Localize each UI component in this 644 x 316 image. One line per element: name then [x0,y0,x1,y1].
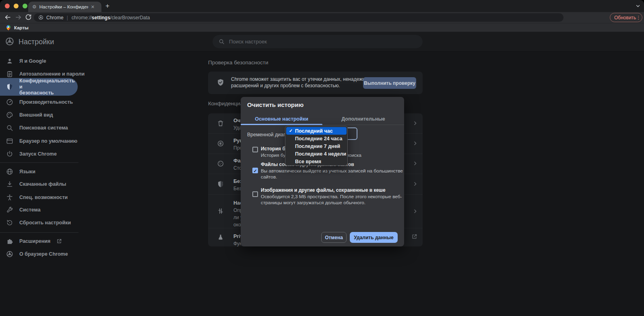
sidebar-item-label: О браузере Chrome [19,251,68,257]
privacy-guide-icon [217,140,224,147]
sidebar-item-extensions[interactable]: Расширения [0,236,101,247]
safety-check-heading: Проверка безопасности [208,60,268,66]
sidebar-item-label: Я и Google [19,58,46,64]
delete-data-button[interactable]: Удалить данные [350,232,398,243]
dialog-tabs: Основные настройки Дополнительные [241,113,404,125]
external-link-icon [411,234,417,240]
reload-icon[interactable] [25,14,32,21]
forward-icon[interactable] [15,14,22,21]
puzzle-icon [6,238,13,245]
settings-header: Настройки [0,32,644,51]
dropdown-option-last-4w[interactable]: Последние 4 недели [285,150,347,158]
cached-files-subtitle: Освободится 2,3 МБ пространства. После э… [261,194,402,206]
sidebar-item-you-and-google[interactable]: Я и Google [0,55,101,67]
tab-close-icon[interactable]: ✕ [91,4,95,10]
power-icon [6,150,13,158]
sidebar-item-label: Автозаполнение и пароли [19,71,85,77]
dropdown-option-all-time[interactable]: Все время [285,158,347,165]
wrench-icon [6,206,13,213]
security-shield-icon [217,181,224,188]
traffic-light-close[interactable] [5,4,10,8]
back-icon[interactable] [4,14,11,21]
settings-search-input[interactable] [229,39,402,45]
sidebar-item-reset[interactable]: Сбросить настройки [0,217,101,228]
sidebar-item-system[interactable]: Система [0,204,101,215]
shield-check-icon [217,78,225,86]
toolbar: Chrome | chrome://settings/clearBrowserD… [0,12,644,23]
chevron-right-icon [413,161,418,166]
search-engine-chip: Chrome [46,15,64,21]
globe-icon [6,168,13,175]
accessibility-icon [6,194,13,201]
settings-chrome-logo-icon [5,37,14,46]
sidebar-divider [0,232,78,233]
dropdown-option-last-24h[interactable]: Последние 24 часа [285,135,347,142]
sidebar-item-label: Производительность [19,99,73,105]
bookmark-maps[interactable]: Карты [3,24,31,32]
sidebar-item-about-chrome[interactable]: О браузере Chrome [0,248,101,260]
browser-window-icon [6,137,13,145]
bookmarks-bar: Карты [0,23,644,32]
dialog-title: Очистить историю [247,101,303,108]
palette-icon [6,111,13,119]
traffic-light-minimize[interactable] [14,4,19,8]
url-host: settings [92,15,110,21]
dropdown-option-last-7d[interactable]: Последние 7 дней [285,142,347,150]
search-icon [219,39,225,45]
browser-menu-dots-icon[interactable]: ⋮ [636,15,641,21]
sidebar-item-label: Запуск Chrome [19,151,57,157]
sidebar-item-performance[interactable]: Производительность [0,96,101,108]
sidebar-item-label: Расширения [19,238,50,244]
sidebar-item-label: Сбросить настройки [19,220,71,226]
sidebar-divider [0,162,78,163]
checkbox-cookies[interactable]: ✓ [252,168,258,173]
chevron-right-icon [413,209,418,214]
sidebar-item-label: Спец. возможности [19,195,68,200]
tab-basic[interactable]: Основные настройки [241,113,322,125]
sidebar-item-default-browser[interactable]: Браузер по умолчанию [0,135,101,147]
person-icon [6,57,13,65]
chrome-logo-icon [6,250,13,258]
sidebar-item-downloads[interactable]: Скачанные файлы [0,179,101,190]
tab-title: Настройки – Конфиденциаль [39,4,89,9]
sidebar-item-languages[interactable]: Языки [0,166,101,177]
chrome-logo-icon [38,15,43,20]
url-path: /clearBrowserData [110,15,150,21]
address-bar[interactable]: Chrome | chrome://settings/clearBrowserD… [34,13,564,22]
sidebar-item-privacy-selected[interactable]: Конфиденциальность и безопасность [0,78,78,96]
trash-icon [217,120,224,127]
chevron-right-icon [413,141,418,146]
sidebar-item-label: Внешний вид [19,112,53,118]
cookie-icon [217,160,224,167]
settings-gear-favicon-icon: ⚙ [32,4,37,9]
safety-check-card: Chrome поможет защитить вас от утечки да… [208,72,423,94]
settings-search[interactable] [213,35,423,48]
run-safety-check-button[interactable]: Выполнить проверку [363,77,416,89]
new-tab-button[interactable]: + [105,2,109,10]
tab-advanced[interactable]: Дополнительные [322,113,404,125]
sidebar-item-label: Браузер по умолчанию [19,138,77,144]
browser-tab[interactable]: ⚙ Настройки – Конфиденциаль ✕ [28,2,101,12]
dropdown-option-last-hour[interactable]: ✓ Последний час [286,127,347,135]
download-icon [6,181,13,188]
tune-sliders-icon [217,207,224,215]
sidebar-item-label: Скачанные файлы [19,181,66,187]
sidebar-item-label: Конфиденциальность и безопасность [19,78,78,96]
external-link-icon [56,238,62,244]
tab-strip: ⚙ Настройки – Конфиденциаль ✕ + [0,0,644,12]
update-chrome-button[interactable]: Обновить ⋮ [610,13,642,22]
autofill-clipboard-icon [6,70,13,78]
checkbox-cached-files[interactable] [252,191,258,197]
omnibox-separator: | [67,15,68,21]
traffic-light-zoom[interactable] [23,4,27,8]
cancel-button[interactable]: Отмена [321,232,347,243]
cached-files-title: Изображения и другие файлы, сохраненные … [261,187,386,193]
sidebar-item-on-startup[interactable]: Запуск Chrome [0,148,101,160]
checkbox-browsing-history[interactable] [252,147,258,152]
sidebar-item-search-engine[interactable]: Поисковая система [0,122,101,133]
settings-page-title: Настройки [19,38,54,46]
sidebar-item-accessibility[interactable]: Спец. возможности [0,192,101,203]
tab-search-chevron-icon[interactable] [635,3,641,9]
sidebar-item-appearance[interactable]: Внешний вид [0,109,101,121]
bookmark-maps-label: Карты [14,25,29,30]
